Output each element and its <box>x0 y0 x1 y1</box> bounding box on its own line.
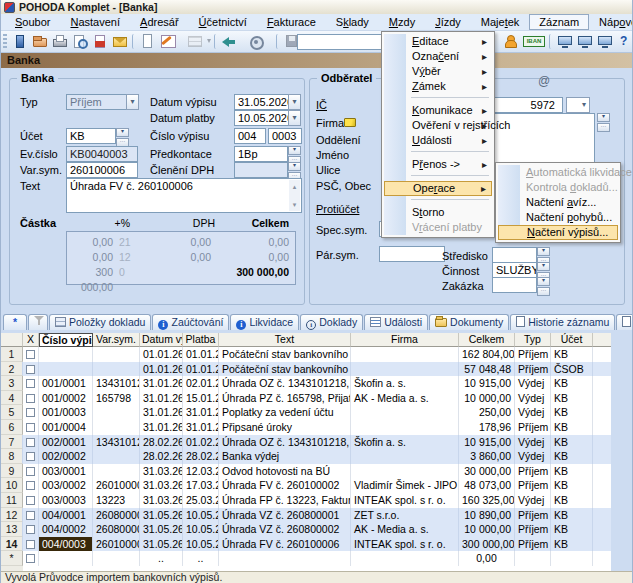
table-new-row[interactable]: * .. .. 0,00 <box>1 551 611 566</box>
cell-var-sym[interactable]: 13223 <box>93 493 140 508</box>
cell-ucet[interactable]: KB <box>551 347 593 362</box>
ucet-input[interactable]: KB <box>66 128 116 144</box>
print-preview-icon[interactable] <box>71 33 89 50</box>
cell-text[interactable] <box>219 551 351 566</box>
submenu-item-nacteni-vypisu[interactable]: Načtení výpisů... <box>498 225 618 240</box>
settings-icon[interactable] <box>248 33 273 50</box>
address-book-icon[interactable] <box>344 118 356 127</box>
row-checkbox[interactable] <box>26 365 35 374</box>
menu-item-prenos[interactable]: Přenos -> <box>384 157 492 172</box>
cell-var-sym[interactable]: 260800001 <box>93 508 140 523</box>
menu-item-vyber[interactable]: Výběr <box>384 64 492 79</box>
cell-cislo-vypisu[interactable]: 002/0002 <box>39 449 93 464</box>
cell-cislo-vypisu[interactable]: 004/0001 <box>39 508 93 523</box>
cell-cislo-vypisu[interactable]: 003/0003 <box>39 493 93 508</box>
cell-ucet[interactable]: KB <box>551 376 593 391</box>
cell-datum-vyp[interactable]: 31.05.26 <box>140 508 183 523</box>
mail-icon[interactable] <box>111 33 129 50</box>
row-checkbox[interactable] <box>26 554 35 563</box>
tab-poznamky[interactable]: Poznámky <box>616 314 633 330</box>
cell-celkem[interactable]: 0,00 <box>459 551 515 566</box>
cell-rownum[interactable]: 2 <box>1 362 23 377</box>
open-icon[interactable] <box>31 33 49 50</box>
cell-rownum[interactable]: 11 <box>1 493 23 508</box>
cell-text[interactable]: Úhrada OZ č. 1343101218, Leasi <box>219 376 351 391</box>
row-checkbox[interactable] <box>26 452 35 461</box>
table-row[interactable]: 3 001/0001 134310121 31.01.26 02.01.26 Ú… <box>1 376 611 391</box>
menu-item-oznaceni[interactable]: Označení <box>384 49 492 64</box>
cell-platba[interactable]: 17.03.26 <box>183 478 219 493</box>
var-sym-input[interactable]: 260100006 <box>66 162 138 178</box>
cell-datum-vyp[interactable]: 31.03.26 <box>140 493 183 508</box>
header-var-sym[interactable]: Var.sym. <box>93 333 140 347</box>
cell-celkem[interactable]: 10 000,00 <box>459 391 515 406</box>
cell-celkem[interactable]: 160 325,00 <box>459 493 515 508</box>
row-checkbox[interactable] <box>26 379 35 388</box>
row-checkbox[interactable] <box>26 496 35 505</box>
cell-text[interactable]: Úhrada FV č. 260100002 <box>219 478 351 493</box>
window-split-icon[interactable] <box>576 33 594 50</box>
cell-typ[interactable]: Výdej <box>515 435 551 450</box>
ucet-spinner[interactable] <box>116 128 129 147</box>
cell-typ[interactable]: Příjem <box>515 420 551 435</box>
cell-cislo-vypisu[interactable]: 002/0001 <box>39 435 93 450</box>
menu-item-editace[interactable]: Editace <box>384 34 492 49</box>
cell-text[interactable]: Úhrada OZ č. 1343101218, Leasi <box>219 435 351 450</box>
table-row[interactable]: 7 002/0001 134310121 28.02.26 01.02.26 Ú… <box>1 435 611 450</box>
datum-platby-dropdown-icon[interactable] <box>288 110 301 126</box>
cell-celkem[interactable]: 162 804,00 <box>459 347 515 362</box>
table-row[interactable]: 8 002/0002 28.02.26 28.02.26 Banka výdej… <box>1 449 611 464</box>
cell-var-sym[interactable] <box>93 347 140 362</box>
cell-cislo-vypisu[interactable] <box>39 362 93 377</box>
cell-firma[interactable] <box>351 362 459 377</box>
cell-rownum[interactable]: 6 <box>1 420 23 435</box>
cell-ucet[interactable]: KB <box>551 391 593 406</box>
cell-datum-vyp[interactable]: 31.03.26 <box>140 478 183 493</box>
row-checkbox[interactable] <box>26 423 35 432</box>
menubar-soubor[interactable]: Soubor <box>5 14 60 30</box>
cell-typ[interactable]: Výdej <box>515 376 551 391</box>
cinnost-input[interactable]: SLUŽBY <box>492 262 537 278</box>
cell-ucet[interactable]: KB <box>551 478 593 493</box>
cell-cislo-vypisu[interactable]: 001/0001 <box>39 376 93 391</box>
cell-celkem[interactable]: 10 915,00 <box>459 435 515 450</box>
cislo-vypisu-input-2[interactable]: 0003 <box>268 128 302 144</box>
ic-label[interactable]: IČ <box>316 99 327 111</box>
table-row[interactable]: 2 01.01.26 01.01.26 Počáteční stav banko… <box>1 362 611 377</box>
cell-var-sym[interactable]: 260100006 <box>93 537 140 552</box>
user-icon[interactable] <box>502 33 520 50</box>
stredisko-input[interactable] <box>492 247 537 263</box>
tab-filter[interactable] <box>28 314 48 330</box>
cell-datum-vyp[interactable]: 31.01.26 <box>140 376 183 391</box>
cell-rownum[interactable]: 12 <box>1 508 23 523</box>
cell-ucet[interactable]: KB <box>551 522 593 537</box>
cell-typ[interactable]: Výdej <box>515 405 551 420</box>
cell-ucet[interactable]: KB <box>551 508 593 523</box>
header-firma[interactable]: Firma <box>351 333 459 347</box>
cell-platba[interactable]: 01.01.26 <box>183 347 219 362</box>
cell-rownum[interactable]: 3 <box>1 376 23 391</box>
menubar-sklady[interactable]: Sklady <box>326 14 379 30</box>
cell-ucet[interactable]: KB <box>551 537 593 552</box>
cell-datum-vyp[interactable]: 31.03.26 <box>140 464 183 479</box>
row-checkbox[interactable] <box>26 350 35 359</box>
menu-item-komunikace[interactable]: Komunikace <box>384 103 492 118</box>
cell-ucet[interactable]: KB <box>551 493 593 508</box>
cell-platba[interactable]: 10.05.26 <box>183 537 219 552</box>
cell-datum-vyp[interactable]: 01.01.26 <box>140 362 183 377</box>
cell-firma[interactable]: INTEAK spol. s r. o. <box>351 493 459 508</box>
cell-platba[interactable]: 31.01.26 <box>183 405 219 420</box>
table-row[interactable]: 4 001/0002 165798 31.01.26 15.01.26 Úhra… <box>1 391 611 406</box>
menu-item-zamek[interactable]: Zámek <box>384 79 492 94</box>
menu-item-storno[interactable]: Storno <box>384 205 492 220</box>
menubar-majetek[interactable]: Majetek <box>471 14 530 30</box>
print-icon[interactable] <box>51 33 69 50</box>
cell-var-sym[interactable] <box>93 551 140 566</box>
cell-ucet[interactable]: KB <box>551 435 593 450</box>
cell-text[interactable]: Úhrada VZ č. 260800001 <box>219 508 351 523</box>
edit-style-icon[interactable] <box>159 33 184 50</box>
cell-cislo-vypisu[interactable]: 004/0003 <box>39 537 93 552</box>
cell-firma[interactable] <box>351 405 459 420</box>
cell-typ[interactable]: Příjem <box>515 537 551 552</box>
cell-ucet[interactable]: KB <box>551 449 593 464</box>
